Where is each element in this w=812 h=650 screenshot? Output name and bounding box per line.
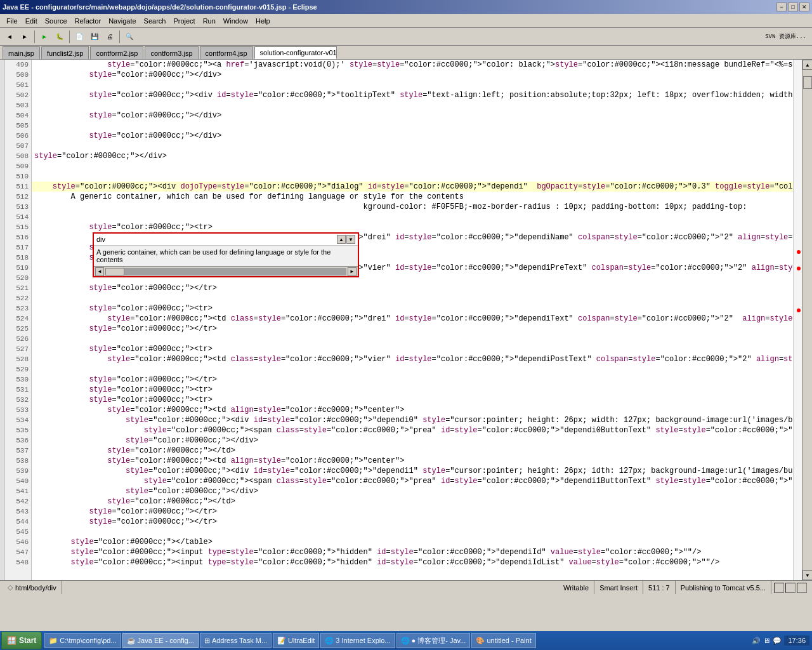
code-line-539: style="color:#0000cc;"><div id=style="co…: [32, 466, 793, 476]
line-number-545: 545: [5, 527, 31, 537]
menu-refactor[interactable]: Refactor: [71, 16, 105, 26]
scroll-thumb-v[interactable]: [803, 76, 812, 89]
taskbar-label-blog: ● 博客管理- Jav...: [412, 636, 466, 646]
tab-main-jsp[interactable]: main.jsp: [3, 46, 40, 59]
code-line-529: [32, 364, 793, 375]
run-button[interactable]: ▶: [37, 30, 51, 44]
code-line-511: style="color:#0000cc;"><div dojoType=sty…: [32, 182, 793, 192]
taskbar-item-blog[interactable]: 🌐 ● 博客管理- Jav...: [396, 633, 471, 648]
scroll-down-btn[interactable]: ▼: [802, 570, 812, 580]
scroll-right-arrow[interactable]: ▶: [348, 267, 357, 276]
menu-source[interactable]: Source: [41, 16, 71, 26]
back-button[interactable]: ◀: [3, 30, 16, 44]
menu-file[interactable]: File: [3, 16, 22, 26]
tab-contform3[interactable]: contform3.jsp: [145, 46, 198, 59]
tooltip-hscroll[interactable]: ◀ ▶: [94, 266, 358, 276]
line-number-547: 547: [5, 547, 31, 557]
code-line-524: style="color:#0000cc;"><td class=style="…: [32, 314, 793, 324]
line-number-510: 510: [5, 171, 31, 182]
window-controls[interactable]: − □ ✕: [776, 3, 809, 11]
line-number-521: 521: [5, 283, 31, 293]
ruler-marker-1: [795, 250, 802, 254]
taskbar-item-ultra[interactable]: 📝 UltraEdit: [273, 633, 319, 648]
line-number-524: 524: [5, 314, 31, 324]
taskbar-item-eclipse[interactable]: ☕ Java EE - config...: [122, 633, 199, 648]
line-number-535: 535: [5, 425, 31, 435]
tab-contform4[interactable]: contform4.jsp: [200, 46, 253, 59]
print-button[interactable]: 🖨: [103, 30, 117, 44]
taskbar-item-ie[interactable]: 🌐 3 Internet Explo...: [320, 633, 395, 648]
line-number-507: 507: [5, 141, 31, 151]
menu-run[interactable]: Run: [199, 16, 219, 26]
taskbar-item-folder[interactable]: 📁 C:\tmp\config\pd...: [44, 633, 121, 648]
line-number-499: 499: [5, 60, 31, 70]
taskbar-item-paint[interactable]: 🎨 untitled - Paint: [471, 633, 535, 648]
new-button[interactable]: 📄: [72, 30, 86, 44]
forward-button[interactable]: ▶: [18, 30, 32, 44]
tooltip-scroll-up[interactable]: ▲: [337, 235, 346, 244]
menu-help[interactable]: Help: [252, 16, 274, 26]
line-number-526: 526: [5, 334, 31, 344]
menu-edit[interactable]: Edit: [22, 16, 41, 26]
breadcrumb: ◇ html/body/div: [3, 581, 62, 594]
taskbar-item-task[interactable]: ⊞ Address Task M...: [200, 633, 272, 648]
code-line-527: style="color:#0000cc;"><tr>: [32, 344, 793, 354]
code-line-542: style="color:#0000cc;"></td>: [32, 496, 793, 507]
tab-contform2[interactable]: contform2.jsp: [90, 46, 143, 59]
line-number-536: 536: [5, 435, 31, 446]
tab-solution-configurator[interactable]: solution-configurator-v015.jsp ✕: [254, 46, 337, 59]
scroll-thumb[interactable]: [105, 268, 124, 275]
line-number-505: 505: [5, 121, 31, 131]
code-content: style="color:#0000cc;"><a href='javascri…: [32, 60, 793, 567]
line-number-538: 538: [5, 456, 31, 466]
code-line-510: [32, 171, 793, 182]
line-number-503: 503: [5, 100, 31, 110]
menu-navigate[interactable]: Navigate: [105, 16, 140, 26]
menu-search[interactable]: Search: [140, 16, 170, 26]
close-button[interactable]: ✕: [799, 3, 809, 11]
start-button[interactable]: 🪟 Start: [1, 632, 42, 649]
line-number-539: 539: [5, 466, 31, 476]
folder-icon: 📁: [49, 637, 58, 645]
line-number-518: 518: [5, 253, 31, 263]
line-number-517: 517: [5, 242, 31, 253]
code-line-528: style="color:#0000cc;"><td class=style="…: [32, 354, 793, 364]
tab-funclist2[interactable]: funclist2.jsp: [41, 46, 89, 59]
tooltip-scroll-down[interactable]: ▼: [346, 235, 355, 244]
code-line-503: [32, 100, 793, 110]
code-line-526: [32, 334, 793, 344]
vertical-scrollbar[interactable]: ▲ ▼: [802, 60, 812, 580]
scroll-left-arrow[interactable]: ◀: [95, 267, 104, 276]
code-line-522: [32, 293, 793, 303]
ie-icon: 🌐: [325, 637, 334, 645]
line-number-540: 540: [5, 476, 31, 486]
code-line-540: style="color:#0000cc;"><span class=style…: [32, 476, 793, 486]
menu-project[interactable]: Project: [169, 16, 199, 26]
line-number-504: 504: [5, 110, 31, 121]
menu-window[interactable]: Window: [219, 16, 252, 26]
code-line-514: [32, 212, 793, 222]
debug-button[interactable]: 🐛: [53, 30, 67, 44]
svn-button[interactable]: SVN 资源库...: [762, 30, 809, 44]
maximize-button[interactable]: □: [788, 3, 798, 11]
tray-clock: 17:36: [784, 635, 809, 646]
code-line-506: style="color:#0000cc;"></div>: [32, 131, 793, 141]
line-number-506: 506: [5, 131, 31, 141]
code-line-548: style="color:#0000cc;"><input type=style…: [32, 557, 793, 567]
save-button[interactable]: 💾: [88, 30, 102, 44]
search-btn[interactable]: 🔍: [122, 30, 136, 44]
line-number-531: 531: [5, 385, 31, 395]
code-line-501: [32, 80, 793, 90]
paint-icon: 🎨: [476, 637, 485, 645]
code-editor[interactable]: style="color:#0000cc;"><a href='javascri…: [32, 60, 793, 580]
minimize-button[interactable]: −: [776, 3, 787, 11]
taskbar-label-paint: untitled - Paint: [487, 637, 531, 644]
taskbar-items: 📁 C:\tmp\config\pd... ☕ Java EE - config…: [42, 633, 749, 648]
code-line-508: style="color:#0000cc;"></div>: [32, 151, 793, 161]
line-number-532: 532: [5, 395, 31, 405]
scroll-up-btn[interactable]: ▲: [802, 60, 812, 70]
tab-label-main: main.jsp: [8, 50, 34, 57]
left-margin: [0, 60, 5, 580]
tooltip-text: A generic container, which can be used f…: [96, 248, 331, 263]
ruler-marker-3: [795, 308, 802, 312]
